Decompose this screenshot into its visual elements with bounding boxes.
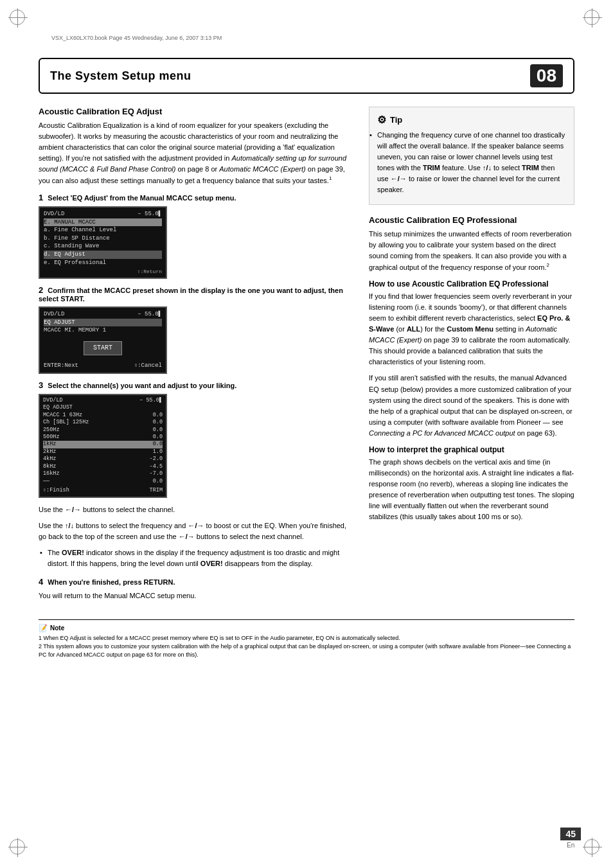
how-to-use-body2: If you still aren't satisfied with the r… (369, 373, 574, 438)
screen1-header-right: – 55.0▌ (136, 210, 162, 218)
chapter-number: 08 (530, 64, 563, 87)
how-to-use-heading: How to use Acoustic Calibration EQ Profe… (369, 279, 574, 288)
screen3-row-8k: 8kHz-4.5 (43, 463, 163, 470)
main-content: Acoustic Calibration EQ Adjust Acoustic … (39, 107, 574, 607)
step2-number: 2 (39, 285, 43, 295)
step1: 1 Select 'EQ Adjust' from the Manual MCA… (39, 193, 353, 202)
screen2-row2: MCACC MI. MEMORY 1 (44, 326, 162, 335)
left-column: Acoustic Calibration EQ Adjust Acoustic … (39, 107, 353, 607)
step4-sub: You will return to the Manual MCACC setu… (39, 590, 353, 601)
corner-mark-tl (10, 10, 29, 29)
note-header: 📝 Note (39, 624, 574, 632)
page-number-area: 45 En (560, 828, 581, 849)
note2: 2 This system allows you to customize yo… (39, 642, 574, 659)
note-label: Note (50, 624, 64, 632)
screen3-row-ch: Ch [SBL] 125Hz0.0 (43, 419, 163, 426)
tip-icon: ⚙ (377, 114, 386, 126)
note1: 1 When EQ Adjust is selected for a MCACC… (39, 634, 574, 642)
screen3-row-2k: 2kHz1.0 (43, 448, 163, 456)
screen2: DVD/LD – 55.0▌ EQ ADJUST MCACC MI. MEMOR… (39, 306, 167, 373)
chapter-title: The System Setup menu (50, 69, 191, 83)
section1-heading: Acoustic Calibration EQ Adjust (39, 107, 353, 116)
tip-box: ⚙ Tip Changing the frequency curve of on… (369, 107, 574, 205)
tip-body: Changing the frequency curve of one chan… (377, 130, 566, 195)
corner-mark-bl (10, 839, 29, 858)
screen3-header-right: – 55.0▌ (139, 397, 163, 404)
screen1-row2: a. Fine Channel Level (44, 226, 162, 235)
screen1-footer: ⇧:Return (44, 268, 162, 275)
screen3-row-500: 500Hz0.0 (43, 434, 163, 441)
screen3-footer: ⇧:FinishTRIM (43, 487, 163, 494)
tip-header: ⚙ Tip (377, 114, 566, 126)
corner-mark-br (584, 839, 603, 858)
step3: 3 Select the channel(s) you want and adj… (39, 380, 353, 390)
page-num-box: 45 (560, 828, 581, 840)
note-footer: 📝 Note 1 When EQ Adjust is selected for … (39, 619, 574, 659)
corner-mark-tr (584, 10, 603, 29)
screen2-footer: ENTER:Next ⇧:Cancel (44, 362, 162, 370)
section2-heading: Acoustic Calibration EQ Professional (369, 215, 574, 225)
file-info: VSX_LX60LX70.book Page 45 Wednesday, Jun… (26, 33, 247, 42)
section1-body: Acoustic Calibration Equalization is a k… (39, 120, 353, 186)
step2-text: Confirm that the MCACC preset shown in t… (39, 287, 343, 303)
step4: 4 When you're finished, press RETURN. (39, 577, 353, 587)
step2: 2 Confirm that the MCACC preset shown in… (39, 285, 353, 303)
screen2-header-right: – 55.0▌ (136, 310, 162, 319)
step1-number: 1 (39, 193, 43, 202)
screen3-row-last: ——0.0 (43, 478, 163, 485)
screen1-row5: d. EQ Adjust (44, 251, 162, 259)
bullet1: The OVER! indicator shows in the display… (48, 547, 353, 569)
screen2-header-left: DVD/LD (44, 310, 136, 319)
step4-text: When you're finished, press RETURN. (48, 578, 175, 586)
note-icon: 📝 (39, 624, 48, 632)
step4-number: 4 (39, 577, 43, 587)
tip-label: Tip (390, 115, 402, 125)
screen3-header-left: DVD/LD (43, 397, 139, 404)
section2-body: This setup minimizes the unwanted effect… (369, 229, 574, 273)
chapter-header: The System Setup menu 08 (39, 58, 574, 94)
start-button-display: START (84, 341, 122, 355)
how-to-interpret-body: The graph shows decibels on the vertical… (369, 457, 574, 522)
screen1-row1: E. MANUAL MCACC (44, 218, 162, 227)
screen3-row-4k: 4kHz-2.0 (43, 456, 163, 463)
step1-text: Select 'EQ Adjust' from the Manual MCACC… (48, 194, 236, 202)
screen1: DVD/LD – 55.0▌ E. MANUAL MCACC a. Fine C… (39, 206, 167, 279)
screen2-start-area: START (44, 339, 162, 358)
step3-number: 3 (39, 380, 43, 390)
screen3-row-1k: 1kHz0.0 (43, 441, 163, 448)
screen3-row-250: 250Hz0.0 (43, 427, 163, 434)
screen1-row3: b. Fine SP Distance (44, 235, 162, 243)
screen1-row4: c. Standing Wave (44, 242, 162, 251)
after-step3-para2: Use the ↑/↓ buttons to select the freque… (39, 520, 353, 542)
step3-text: Select the channel(s) you want and adjus… (48, 382, 236, 389)
screen2-row1: EQ ADJUST (44, 319, 162, 327)
screen3-title: EQ ADJUST (43, 404, 163, 411)
screen1-header-left: DVD/LD (44, 210, 136, 218)
after-step3-para1: Use the ←/→ buttons to select the channe… (39, 504, 353, 515)
screen1-row6: e. EQ Professional (44, 259, 162, 267)
screen3: DVD/LD – 55.0▌ EQ ADJUST MCACC 1 63Hz0.0… (39, 394, 167, 498)
right-column: ⚙ Tip Changing the frequency curve of on… (369, 107, 574, 607)
how-to-use-body: If you find that lower frequencies seem … (369, 291, 574, 368)
screen3-row-16k: 16kHz-7.0 (43, 470, 163, 477)
how-to-interpret-heading: How to interpret the graphical output (369, 445, 574, 454)
page-lang: En (560, 842, 581, 849)
screen3-row-mcacc: MCACC 1 63Hz0.0 (43, 412, 163, 419)
